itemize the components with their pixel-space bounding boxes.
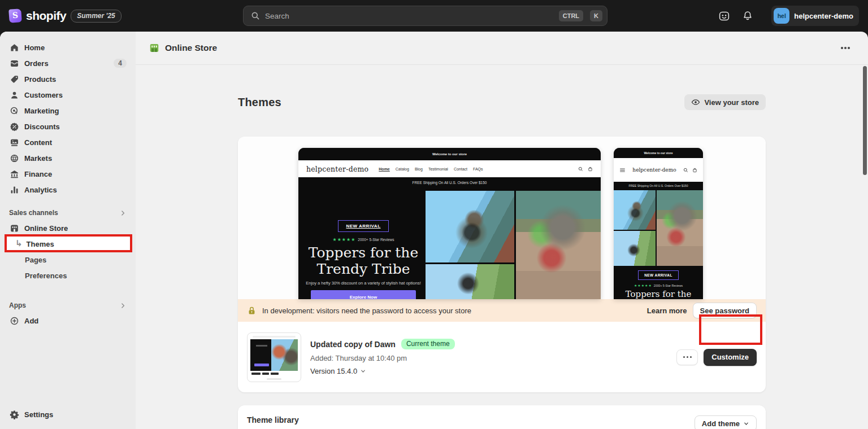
page-title: Themes [238, 96, 281, 109]
search-input[interactable] [265, 12, 554, 20]
sidekick-icon [718, 10, 730, 22]
theme-name: Updated copy of Dawn [310, 340, 396, 349]
release-badge: Summer '25 [71, 10, 121, 23]
sidebar-item-products[interactable]: Products [5, 71, 131, 87]
bank-icon [9, 169, 19, 179]
marketing-icon [9, 106, 19, 116]
theme-library-title: Theme library [247, 415, 695, 424]
shortcut-ctrl: CTRL [559, 10, 583, 21]
theme-thumbnail [247, 332, 301, 382]
sidebar-item-markets[interactable]: Markets [5, 150, 131, 166]
app-title: Online Store [149, 43, 217, 53]
person-icon [9, 90, 19, 100]
shortcut-k: K [590, 10, 602, 21]
sidebar-item-content[interactable]: Content [5, 134, 131, 150]
sidebar-item-discounts[interactable]: Discounts [5, 119, 131, 134]
hero-photo-3 [657, 190, 703, 266]
sidebar-item-home[interactable]: Home [5, 40, 131, 55]
current-theme-card: Welcome to our store helpcenter-demo Hom… [238, 137, 766, 392]
app-header-more-button[interactable] [836, 41, 854, 55]
gear-icon [9, 409, 19, 419]
shopify-logo-icon[interactable]: S [8, 8, 22, 23]
theme-more-button[interactable] [676, 349, 698, 365]
preview-navbar: helpcenter-demo Home Catalog Blog Testim… [298, 160, 601, 177]
bar-chart-icon [9, 185, 19, 195]
orders-icon [9, 58, 19, 68]
discount-icon [9, 121, 19, 132]
sidebar-item-preferences[interactable]: Preferences [5, 268, 131, 283]
add-theme-button[interactable]: Add theme [695, 415, 757, 429]
storefront-icon [9, 223, 19, 233]
sidebar-item-online-store[interactable]: Online Store [5, 220, 131, 236]
sidekick-button[interactable] [715, 7, 733, 25]
chevron-down-icon [743, 421, 749, 427]
lock-icon [247, 306, 257, 316]
app-header: Online Store [136, 32, 868, 65]
hero-photo-1 [614, 190, 656, 230]
global-search[interactable]: CTRL K [243, 6, 607, 26]
current-theme-badge: Current theme [401, 339, 455, 349]
chevron-right-icon [119, 209, 127, 217]
theme-info-row: Updated copy of Dawn Current theme Added… [238, 322, 766, 392]
customize-button[interactable]: Customize [704, 349, 757, 366]
development-banner: In development: visitors need the passwo… [238, 299, 766, 322]
learn-more-button[interactable]: Learn more [647, 307, 687, 315]
hero-photo-2 [426, 264, 514, 299]
scrollbar-thumb[interactable] [863, 66, 867, 175]
home-icon [9, 42, 19, 52]
sidebar-item-finance[interactable]: Finance [5, 166, 131, 182]
online-store-icon [149, 43, 159, 53]
hero-photo-collage [426, 191, 601, 299]
preview-bag-icon [588, 167, 593, 172]
store-name: helpcenter-demo [794, 12, 853, 20]
chevron-down-icon [360, 368, 366, 374]
topbar: S shopify Summer '25 CTRL K hel helpcent… [0, 0, 868, 32]
chevron-right-icon [119, 302, 127, 309]
hamburger-icon [619, 167, 626, 173]
theme-added-date: Added: Thursday at 10:40 pm [310, 354, 667, 362]
shopify-logo-text[interactable]: shopify [26, 9, 66, 23]
sales-channels-header[interactable]: Sales channels [5, 205, 131, 220]
hero-photo-2 [614, 231, 656, 266]
plus-circle-icon [9, 316, 19, 326]
preview-announcement: Welcome to our store [298, 148, 601, 160]
search-icon [250, 11, 261, 21]
avatar: hel [774, 8, 789, 24]
preview-search-icon [683, 168, 688, 173]
sidebar-item-orders[interactable]: Orders 4 [5, 55, 131, 71]
theme-version-selector[interactable]: Version 15.4.0 [310, 367, 667, 375]
preview-search-icon [578, 167, 583, 172]
development-banner-text: In development: visitors need the passwo… [262, 307, 471, 315]
tag-icon [9, 74, 19, 84]
notifications-button[interactable] [739, 7, 757, 25]
theme-library-card: Theme library These themes are only visi… [238, 405, 766, 429]
sidebar-item-analytics[interactable]: Analytics [5, 182, 131, 198]
mobile-preview: Welcome to our store helpcenter-demo [614, 148, 703, 299]
orders-count-badge: 4 [114, 59, 127, 68]
hero-photo-3 [516, 191, 601, 299]
apps-header[interactable]: Apps [5, 298, 131, 313]
preview-bag-icon [692, 168, 697, 173]
hero-photo-1 [426, 191, 514, 262]
main-area: Online Store Themes View your store [136, 32, 868, 429]
sidebar-item-themes[interactable]: ↳ Themes [5, 236, 131, 252]
sidebar: Home Orders 4 Products Customers Marketi… [0, 32, 136, 429]
bell-icon [742, 10, 753, 21]
sidebar-item-add-app[interactable]: Add [5, 313, 131, 329]
view-your-store-button[interactable]: View your store [684, 94, 766, 110]
sidebar-item-pages[interactable]: Pages [5, 252, 131, 268]
nested-arrow-icon: ↳ [15, 238, 23, 248]
theme-preview-image: Welcome to our store helpcenter-demo Hom… [238, 137, 766, 299]
page-content: Themes View your store Welcome to our st… [136, 65, 868, 429]
desktop-preview: Welcome to our store helpcenter-demo Hom… [298, 148, 601, 299]
sidebar-item-customers[interactable]: Customers [5, 87, 131, 103]
eye-icon [691, 98, 700, 107]
sidebar-item-marketing[interactable]: Marketing [5, 103, 131, 119]
preview-hero: FREE Shipping On All U.S. Orders Over $1… [298, 177, 601, 299]
workspace: Home Orders 4 Products Customers Marketi… [0, 32, 868, 429]
user-menu[interactable]: hel helpcenter-demo [771, 6, 859, 26]
sidebar-item-settings[interactable]: Settings [5, 406, 131, 422]
globe-icon [9, 153, 19, 163]
content-icon [9, 137, 19, 147]
see-password-button[interactable]: See password [693, 303, 757, 318]
